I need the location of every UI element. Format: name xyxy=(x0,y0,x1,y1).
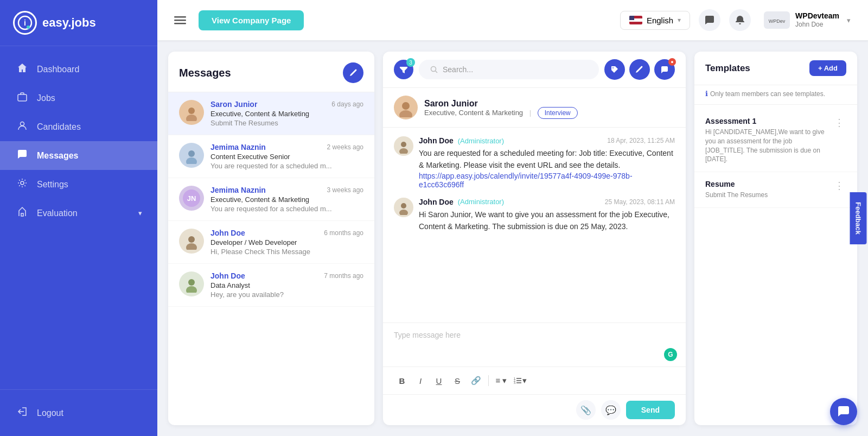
search-input[interactable]: Search... xyxy=(419,60,599,79)
menu-toggle-button[interactable] xyxy=(170,10,190,30)
conversation-info: Jemima Naznin 3 weeks ago Executive, Con… xyxy=(210,186,363,213)
conv-name: John Doe xyxy=(210,229,245,237)
logout-button[interactable]: Logout xyxy=(0,399,157,427)
notification-badge: ● xyxy=(668,58,676,66)
sidebar-item-settings[interactable]: Settings xyxy=(0,170,157,199)
sidebar-item-dashboard[interactable]: Dashboard xyxy=(0,55,157,84)
message-body: John Doe (Administrator) 18 Apr, 2023, 1… xyxy=(419,136,675,189)
edit-icon-button[interactable] xyxy=(629,59,650,80)
template-item[interactable]: Assessment 1 Hi [CANDIDATE_NAME],We want… xyxy=(694,109,857,172)
chat-support-button[interactable] xyxy=(830,398,857,425)
notifications-button[interactable] xyxy=(729,9,751,31)
conversation-info: John Doe 6 months ago Developer / Web De… xyxy=(210,229,363,256)
ordered-list-button[interactable]: 1.2.3. ▾ xyxy=(512,372,528,389)
message-body: John Doe (Administrator) 25 May, 2023, 0… xyxy=(419,198,675,233)
filter-button[interactable]: 3 xyxy=(394,60,413,79)
template-name: Resume xyxy=(705,180,768,188)
conversation-list-panel: Messages Saron Junior 6 days ago Ex xyxy=(168,52,374,425)
svg-point-2 xyxy=(27,26,30,29)
sidebar-item-messages[interactable]: Messages xyxy=(0,141,157,170)
templates-note: ℹ Only team members can see templates. xyxy=(694,85,857,105)
message-time: 25 May, 2023, 08:11 AM xyxy=(605,198,675,206)
sidebar-item-candidates[interactable]: Candidates xyxy=(0,112,157,141)
template-item[interactable]: Resume Submit The Resumes ⋮ xyxy=(694,172,857,208)
attach-button[interactable]: 📎 xyxy=(576,400,596,420)
svg-text:i: i xyxy=(24,18,26,27)
conversation-item[interactable]: Jemima Naznin 2 weeks ago Content Execut… xyxy=(168,135,374,178)
template-menu-button[interactable]: ⋮ xyxy=(832,180,846,192)
link-button[interactable]: 🔗 xyxy=(468,372,484,389)
messages-header-button[interactable] xyxy=(699,9,720,31)
message-role: (Administrator) xyxy=(458,137,504,145)
send-button[interactable]: Send xyxy=(626,401,675,419)
compose-icon-button[interactable]: ● xyxy=(654,59,675,80)
view-company-page-button[interactable]: View Company Page xyxy=(199,10,304,30)
language-selector[interactable]: English ▾ xyxy=(620,11,690,30)
conv-preview: You are requested for a scheduled m... xyxy=(210,205,363,213)
language-label: English xyxy=(647,16,673,25)
sidebar-label-logout: Logout xyxy=(37,408,63,418)
user-menu[interactable]: WPDev WPDevteam John Doe ▾ xyxy=(760,9,855,31)
feedback-tab[interactable]: Feedback xyxy=(850,192,867,244)
conversation-item[interactable]: John Doe 6 months ago Developer / Web De… xyxy=(168,221,374,264)
info-icon: ℹ xyxy=(705,90,708,98)
active-chat-avatar xyxy=(394,96,418,119)
settings-icon xyxy=(15,178,29,191)
message-avatar xyxy=(394,136,413,156)
conv-role: Content Executive Senior xyxy=(210,153,363,161)
svg-point-20 xyxy=(188,279,195,286)
active-chat-role: Executive, Content & Marketing | Intervi… xyxy=(424,109,578,117)
message-item: John Doe (Administrator) 25 May, 2023, 0… xyxy=(394,198,675,233)
conv-preview: You are requested for a scheduled m... xyxy=(210,162,363,170)
template-name: Assessment 1 xyxy=(705,117,832,125)
avatar xyxy=(179,229,204,254)
svg-point-4 xyxy=(21,122,24,126)
user-avatar-container: WPDev xyxy=(764,11,790,29)
svg-rect-8 xyxy=(174,20,186,21)
composer-toolbar: B I U S 🔗 ≡ ▾ 1.2.3. ▾ xyxy=(383,367,686,394)
bold-button[interactable]: B xyxy=(394,372,410,389)
conversation-item[interactable]: JN Jemima Naznin 3 weeks ago Executive, … xyxy=(168,178,374,221)
app-name: easy.jobs xyxy=(42,16,96,30)
action-icons: ● xyxy=(604,59,675,80)
underline-button[interactable]: U xyxy=(431,372,447,389)
svg-rect-6 xyxy=(21,213,23,216)
list-button[interactable]: ≡ ▾ xyxy=(493,372,509,389)
message-link[interactable]: https://app.easy.jobs/calendly/invite/19… xyxy=(419,172,675,189)
conversation-item[interactable]: Saron Junior 6 days ago Executive, Conte… xyxy=(168,92,374,135)
user-display-name: John Doe xyxy=(795,21,839,29)
chat-messages: John Doe (Administrator) 18 Apr, 2023, 1… xyxy=(383,128,686,323)
sidebar-nav: Dashboard Jobs Candidates Messages Setti… xyxy=(0,46,157,389)
message-avatar xyxy=(394,198,413,217)
svg-point-13 xyxy=(186,115,197,121)
add-template-button[interactable]: + Add xyxy=(809,60,846,76)
templates-note-text: Only team members can see templates. xyxy=(710,90,825,98)
sidebar-item-jobs[interactable]: Jobs xyxy=(0,84,157,112)
strikethrough-button[interactable]: S xyxy=(449,372,465,389)
chevron-down-icon: ▾ xyxy=(847,16,851,24)
chevron-down-icon: ▾ xyxy=(678,16,681,24)
compose-button[interactable] xyxy=(343,62,363,83)
template-menu-button[interactable]: ⋮ xyxy=(832,117,846,129)
tag-icon-button[interactable] xyxy=(604,59,625,80)
svg-point-27 xyxy=(399,148,408,154)
message-header: John Doe (Administrator) 25 May, 2023, 0… xyxy=(419,198,675,206)
emoji-button[interactable]: 💬 xyxy=(601,400,621,420)
message-role: (Administrator) xyxy=(458,198,504,206)
message-input[interactable]: Type message here G xyxy=(383,323,686,367)
svg-text:3.: 3. xyxy=(514,381,516,384)
message-sender: John Doe xyxy=(419,198,454,206)
filter-count-badge: 3 xyxy=(406,58,415,67)
svg-point-21 xyxy=(186,286,197,293)
svg-point-28 xyxy=(401,203,406,208)
conv-time: 6 months ago xyxy=(324,229,363,237)
evaluation-icon xyxy=(15,206,29,220)
chat-panel: 3 Search... ● xyxy=(383,52,686,425)
italic-button[interactable]: I xyxy=(412,372,429,389)
conversation-info: Saron Junior 6 days ago Executive, Conte… xyxy=(210,100,363,127)
sidebar-item-evaluation[interactable]: Evaluation ▾ xyxy=(0,199,157,228)
toolbar-divider xyxy=(488,375,489,386)
active-chat-user-info: Saron Junior Executive, Content & Market… xyxy=(424,99,578,117)
conversation-item[interactable]: John Doe 7 months ago Data Analyst Hey, … xyxy=(168,264,374,307)
conv-time: 6 days ago xyxy=(331,100,363,108)
